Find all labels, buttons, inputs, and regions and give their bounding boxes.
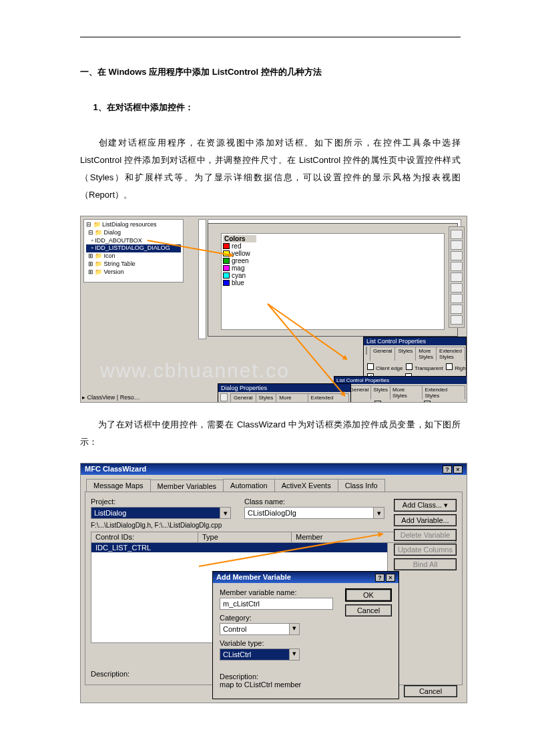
- close-icon: ×: [453, 465, 463, 474]
- ruler-vertical: [198, 219, 206, 339]
- add-variable-button[interactable]: Add Variable...: [394, 514, 457, 526]
- tab-extended-styles[interactable]: Extended Styles: [436, 347, 465, 361]
- dialog-canvas[interactable]: Colors red yellow green mag cyan blue: [221, 233, 445, 330]
- control-toolbox[interactable]: [449, 226, 465, 328]
- dialog-properties[interactable]: Dialog Properties General Styles More St…: [218, 383, 351, 403]
- top-rule: [80, 37, 461, 37]
- resource-tree[interactable]: ⊟ 📁 ListDialog resources ⊟ 📁 Dialog ▫ ID…: [83, 219, 184, 282]
- cancel-button[interactable]: Cancel: [345, 604, 392, 616]
- project-combo[interactable]: ListDialog▾: [91, 507, 231, 519]
- pushpin-icon[interactable]: [220, 393, 228, 401]
- figure-1-dialog-editor: ⊟ 📁 ListDialog resources ⊟ 📁 Dialog ▫ ID…: [80, 216, 467, 403]
- tab-styles[interactable]: Styles: [256, 393, 277, 403]
- classwizard-tabs[interactable]: Message Maps Member Variables Automation…: [81, 475, 467, 492]
- class-name-combo[interactable]: CListDialogDlg▾: [244, 507, 384, 519]
- subheading-1: 1、在对话框中添加控件：: [80, 100, 461, 116]
- update-columns-button[interactable]: Update Columns: [394, 544, 457, 556]
- tab-general[interactable]: General: [230, 393, 256, 403]
- tab-class-info[interactable]: Class Info: [338, 479, 385, 492]
- amv-titlebar: Add Member Variable ?×: [213, 572, 398, 583]
- tab-message-maps[interactable]: Message Maps: [86, 479, 151, 492]
- help-icon: ?: [443, 465, 452, 474]
- tab-extended-styles[interactable]: Extended Styles: [422, 385, 465, 399]
- tab-automation[interactable]: Automation: [223, 479, 275, 492]
- tab-member-variables[interactable]: Member Variables: [150, 480, 224, 492]
- tab-styles[interactable]: Styles: [370, 385, 390, 399]
- tab-more-styles[interactable]: More Styles: [390, 385, 423, 399]
- project-label: Project:: [91, 498, 231, 506]
- help-icon[interactable]: ?: [375, 574, 384, 582]
- add-member-variable-dialog[interactable]: Add Member Variable ?× Member variable n…: [212, 571, 399, 699]
- variable-type-combo[interactable]: CListCtrl▾: [220, 648, 300, 660]
- member-var-name-input[interactable]: m_cListCtrl: [220, 598, 333, 610]
- class-name-label: Class name:: [244, 498, 384, 506]
- prop-titlebar: Dialog Properties: [218, 384, 350, 392]
- workspace-tabs[interactable]: ▸ ClassView | Reso…: [82, 394, 140, 401]
- amv-description-value: map to CListCtrl member: [220, 681, 392, 689]
- tab-more-styles[interactable]: More Styles: [415, 347, 437, 361]
- chevron-down-icon[interactable]: ▾: [220, 508, 230, 518]
- amv-description-label: Description:: [220, 673, 392, 681]
- chevron-down-icon[interactable]: ▾: [289, 649, 299, 660]
- figure-2-classwizard: MFC ClassWizard ?× Message Maps Member V…: [80, 463, 467, 703]
- prop-titlebar: List Control Properties: [364, 337, 466, 345]
- add-class-button[interactable]: Add Class... ▾: [394, 499, 457, 512]
- heading-1: 一、在 Windows 应用程序中添加 ListControl 控件的几种方法: [80, 64, 461, 81]
- tab-activex-events[interactable]: ActiveX Events: [274, 479, 338, 492]
- ok-button[interactable]: OK: [345, 588, 392, 602]
- wizard-cancel-button[interactable]: Cancel: [404, 685, 457, 697]
- description-label: Description:: [91, 670, 129, 678]
- delete-variable-button[interactable]: Delete Variable: [394, 529, 457, 541]
- close-icon[interactable]: ×: [386, 574, 395, 582]
- category-combo[interactable]: Control▾: [220, 623, 300, 635]
- tab-styles[interactable]: Styles: [394, 347, 416, 361]
- variable-type-label: Variable type:: [220, 639, 392, 647]
- pushpin-icon[interactable]: [366, 347, 367, 355]
- prop-titlebar: List Control Properties: [334, 377, 467, 384]
- paragraph-2: 为了在对话框中使用控件，需要在 ClassWizard 中为对话框类添加控件成员…: [80, 416, 461, 451]
- window-buttons[interactable]: ?×: [441, 465, 463, 474]
- paragraph-1: 创建对话框应用程序，在资源视图中添加对话框。如下图所示，在控件工具条中选择 Li…: [80, 134, 461, 204]
- chevron-down-icon[interactable]: ▾: [289, 624, 299, 634]
- list-item[interactable]: IDC_LIST_CTRL: [91, 543, 387, 552]
- listcontrol-properties-general-styles[interactable]: List Control Properties General Styles M…: [334, 376, 467, 403]
- listcontrol-preview[interactable]: Colors red yellow green mag cyan blue: [223, 235, 256, 295]
- bind-all-button[interactable]: Bind All: [394, 558, 457, 570]
- tab-more-styles[interactable]: More Styles: [276, 393, 308, 403]
- chevron-down-icon[interactable]: ▾: [373, 508, 384, 518]
- classwizard-titlebar: MFC ClassWizard ?×: [81, 463, 467, 475]
- tab-general[interactable]: General: [370, 347, 395, 361]
